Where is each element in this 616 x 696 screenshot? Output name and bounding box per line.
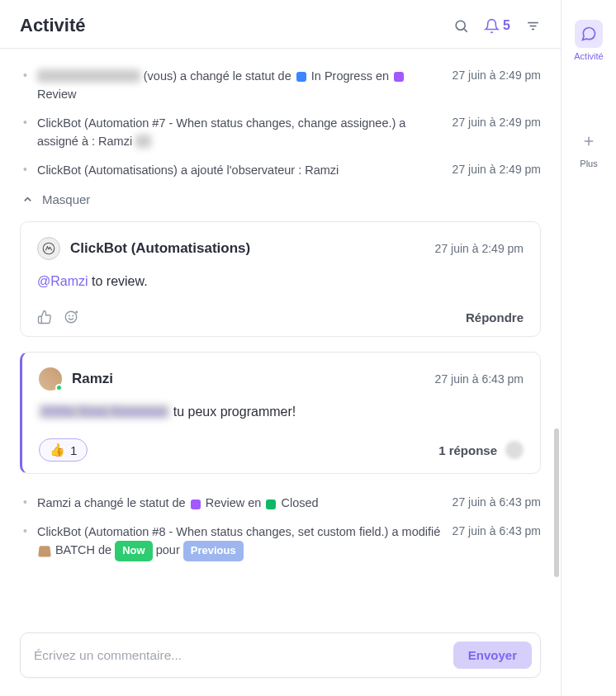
rail-activity-button[interactable]: Activité: [574, 15, 603, 66]
redacted-user: Xx Xxxx Xxxxxxxx: [37, 69, 140, 83]
activity-feed[interactable]: Xx Xxxx Xxxxxxxx (vous) a changé le stat…: [0, 49, 561, 619]
bell-icon: [484, 18, 500, 34]
search-button[interactable]: [453, 18, 469, 34]
thread-count[interactable]: 1 réponse: [438, 443, 497, 457]
user-mention[interactable]: @Ramzi: [37, 274, 88, 288]
reaction-count: 1: [70, 443, 77, 457]
scrollbar[interactable]: [554, 428, 559, 577]
activity-timestamp: 27 juin à 6:43 pm: [453, 494, 541, 512]
comment-card-bot: ClickBot (Automatisations) 27 juin à 2:4…: [20, 221, 541, 337]
reaction-emoji: 👍: [50, 443, 65, 457]
activity-item: ClickBot (Automation #8 - When status ch…: [20, 518, 541, 566]
emoji-button[interactable]: [64, 310, 78, 324]
right-rail: Activité Plus: [562, 0, 616, 696]
svg-point-7: [69, 315, 69, 316]
notification-count: 5: [503, 18, 510, 33]
panel-title: Activité: [20, 15, 453, 36]
status-dot-review: [394, 72, 404, 82]
user-avatar: [39, 367, 62, 391]
svg-point-8: [73, 315, 73, 316]
search-icon: [453, 18, 469, 34]
comment-author: Ramzi: [72, 371, 435, 387]
chevron-up-icon: [21, 193, 34, 206]
send-button[interactable]: Envoyer: [453, 642, 532, 669]
reply-button[interactable]: Répondre: [466, 310, 524, 324]
activity-timestamp: 27 juin à 2:49 pm: [453, 114, 541, 132]
emoji-add-icon: [64, 310, 78, 324]
reaction-pill[interactable]: 👍 1: [39, 438, 88, 462]
activity-item: Xx Xxxx Xxxxxxxx (vous) a changé le stat…: [20, 62, 541, 109]
comment-timestamp: 27 juin à 6:43 pm: [435, 372, 524, 386]
redacted-mention: XXXx Xxxx Xxxxxxxx: [39, 405, 169, 419]
status-dot-review: [191, 500, 201, 509]
filter-icon: [525, 18, 541, 34]
activity-timestamp: 27 juin à 6:43 pm: [453, 523, 541, 541]
bot-avatar: [37, 237, 60, 260]
activity-item: Ramzi a changé le statut de Review en Cl…: [20, 489, 541, 517]
comment-body: XXXx Xxxx Xxxxxxxx tu peux programmer!: [39, 402, 524, 422]
comment-card-user: Ramzi 27 juin à 6:43 pm XXXx Xxxx Xxxxxx…: [20, 352, 541, 474]
thumbs-up-icon: [37, 310, 52, 324]
plus-icon: [581, 134, 596, 149]
activity-item: ClickBot (Automation #7 - When status ch…: [20, 109, 541, 156]
redacted-text: x: [135, 135, 151, 148]
collapse-button[interactable]: Masquer: [20, 184, 541, 221]
rail-more-label: Plus: [580, 159, 597, 168]
rail-more-button[interactable]: Plus: [575, 122, 603, 173]
svg-line-1: [464, 29, 467, 32]
svg-point-0: [456, 21, 465, 30]
svg-point-6: [65, 312, 77, 324]
thread-participant-avatar: [505, 441, 524, 459]
badge-now: Now: [115, 541, 152, 561]
activity-timestamp: 27 juin à 2:49 pm: [453, 161, 541, 179]
batch-icon: [38, 547, 51, 557]
comment-body: @Ramzi to review.: [37, 272, 524, 291]
notifications-button[interactable]: 5: [484, 18, 510, 34]
comment-author: ClickBot (Automatisations): [70, 240, 435, 257]
status-dot-closed: [266, 500, 276, 509]
filter-button[interactable]: [525, 18, 541, 34]
like-button[interactable]: [37, 310, 52, 324]
activity-panel: Activité 5 Xx Xxxx Xxxxxxxx (vous) a cha…: [0, 0, 562, 696]
activity-timestamp: 27 juin à 2:49 pm: [453, 67, 541, 85]
panel-header: Activité 5: [0, 0, 561, 49]
comment-composer: Envoyer: [0, 619, 561, 696]
comment-input[interactable]: [34, 648, 453, 663]
rail-activity-label: Activité: [574, 51, 603, 61]
comment-timestamp: 27 juin à 2:49 pm: [435, 242, 524, 255]
presence-indicator: [55, 384, 63, 391]
bot-icon: [41, 241, 56, 256]
activity-item: ClickBot (Automatisations) a ajouté l'ob…: [20, 156, 541, 184]
activity-list-bottom: Ramzi a changé le statut de Review en Cl…: [20, 489, 541, 566]
badge-previous: Previous: [183, 541, 244, 561]
chat-icon: [580, 26, 597, 42]
status-dot-inprogress: [296, 72, 306, 82]
header-actions: 5: [453, 18, 541, 34]
activity-list-top: Xx Xxxx Xxxxxxxx (vous) a changé le stat…: [20, 62, 541, 184]
